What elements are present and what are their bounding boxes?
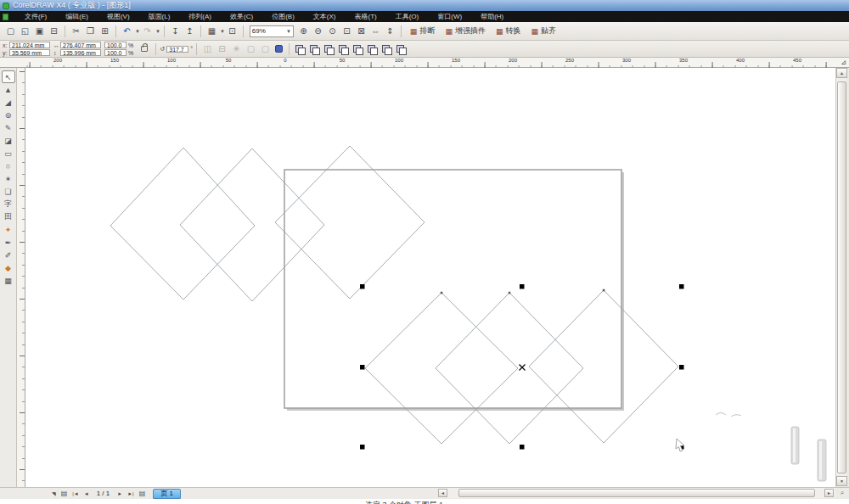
menu-item-12[interactable]: 帮助(H) <box>471 12 513 21</box>
last-page-button[interactable]: ►| <box>127 491 134 496</box>
selection-handle-middle-right[interactable] <box>679 365 684 370</box>
mirror-transform-button-2[interactable]: ⊟ <box>216 42 228 56</box>
object-width-field[interactable]: 276.407 mm <box>60 42 101 48</box>
copy-icon[interactable]: ❐ <box>84 25 97 38</box>
zoom-level-combo[interactable]: 69% ▼ <box>250 25 294 37</box>
node-dot[interactable] <box>441 292 443 294</box>
welcome-screen-icon[interactable]: ⊡ <box>226 25 239 38</box>
zoom-one-to-one-icon[interactable]: ⊙ <box>326 25 339 38</box>
menu-item-5[interactable]: 排列(A) <box>179 12 221 21</box>
document-page-icon[interactable]: ▤ <box>61 490 68 497</box>
new-document-icon[interactable]: ▢ <box>4 25 17 38</box>
intersect-button[interactable] <box>352 44 363 54</box>
node-dot[interactable] <box>509 292 511 294</box>
menu-item-9[interactable]: 表格(T) <box>345 12 385 21</box>
save-icon[interactable]: ▣ <box>33 25 46 38</box>
diamond-shape-1[interactable] <box>110 148 255 300</box>
chevron-down-icon[interactable]: ▼ <box>155 29 160 34</box>
trim-button[interactable] <box>338 44 349 54</box>
scroll-right-button[interactable]: ► <box>824 489 834 497</box>
interactive-fill-tool[interactable]: ▦ <box>2 274 15 287</box>
freehand-tool[interactable]: ✎ <box>2 121 15 134</box>
app-launcher-icon[interactable]: ▦ <box>205 25 218 38</box>
mirror-transform-button-3[interactable]: ✳ <box>230 42 243 56</box>
object-height-field[interactable]: 135.996 mm <box>60 49 101 56</box>
mirror-transform-button-1[interactable]: ◫ <box>201 42 214 56</box>
menu-item-4[interactable]: 版面(L) <box>139 12 180 21</box>
selection-handle-middle-left[interactable] <box>360 365 365 370</box>
navigator-corner-icon[interactable]: ⌕ <box>837 488 847 498</box>
zoom-tool[interactable]: ⊚ <box>2 109 15 121</box>
cylinder-shape-2[interactable] <box>818 440 826 481</box>
scroll-up-button[interactable]: ▲ <box>836 68 847 78</box>
import-icon[interactable]: ↧ <box>169 25 182 38</box>
scale-h-field[interactable]: 100.0 <box>104 42 127 48</box>
horizontal-scrollbar[interactable]: ◄ ► <box>438 488 835 498</box>
redo-icon[interactable]: ↷ <box>141 25 154 38</box>
add-page-icon[interactable]: ▤ <box>139 490 146 497</box>
cut-icon[interactable]: ✂ <box>70 25 82 38</box>
undo-icon[interactable]: ↶ <box>121 25 133 38</box>
scroll-down-button[interactable]: ▼ <box>836 476 847 486</box>
flyout-icon[interactable]: ◥ <box>52 490 56 496</box>
cylinder-shape-1[interactable] <box>791 427 799 464</box>
zoom-out-icon[interactable]: ⊖ <box>312 25 324 38</box>
text-tool[interactable]: 字 <box>2 198 15 210</box>
pick-tool[interactable]: ↖ <box>2 70 15 83</box>
zoom-in-icon[interactable]: ⊕ <box>297 25 310 38</box>
scale-v-field[interactable]: 100.0 <box>104 49 127 56</box>
zoom-to-all-icon[interactable]: ⊠ <box>355 25 368 38</box>
menu-item-8[interactable]: 文本(X) <box>304 12 346 21</box>
table-tool[interactable]: 田 <box>2 210 15 223</box>
vertical-ruler[interactable] <box>17 68 25 487</box>
mirror-transform-button-5[interactable]: ▢ <box>259 42 272 56</box>
print-icon[interactable]: ⊟ <box>48 25 60 38</box>
selection-handle-bottom-middle[interactable] <box>520 445 525 450</box>
simplify-button[interactable] <box>367 44 378 54</box>
zoom-to-page-width-icon[interactable]: ⇔ <box>369 25 382 38</box>
menu-item-2[interactable]: 编辑(E) <box>56 12 98 21</box>
object-y-field[interactable]: 35.569 mm <box>9 49 50 56</box>
ellipse-tool[interactable]: ○ <box>2 160 15 172</box>
node-dot[interactable] <box>603 289 605 292</box>
combine-button[interactable] <box>295 44 306 54</box>
plugin-enhance-button[interactable]: ▦增强插件 <box>445 25 486 36</box>
outline-pen-tool[interactable]: ✐ <box>2 249 15 261</box>
page-tab-1[interactable]: 页 1 <box>153 489 181 499</box>
zoom-to-page-height-icon[interactable]: ⇕ <box>384 25 396 38</box>
zoom-to-selection-icon[interactable]: ⊡ <box>340 25 353 38</box>
front-minus-back-button[interactable] <box>381 44 392 54</box>
group-button[interactable] <box>309 44 320 54</box>
first-page-button[interactable]: |◄ <box>72 491 79 496</box>
stray-curve[interactable] <box>716 413 726 416</box>
menu-item-10[interactable]: 工具(O) <box>386 12 429 21</box>
selection-handle-top-middle[interactable] <box>520 284 525 289</box>
convert-to-curves-button[interactable] <box>275 45 283 53</box>
selection-handle-top-right[interactable] <box>679 284 684 289</box>
stray-curve[interactable] <box>731 415 741 417</box>
menu-item-6[interactable]: 效果(C) <box>221 12 262 21</box>
fill-tool[interactable]: ◆ <box>2 261 15 274</box>
menu-item-1[interactable]: 文件(F) <box>15 12 56 21</box>
smart-fill-tool[interactable]: ◪ <box>2 134 15 147</box>
chevron-down-icon[interactable]: ▼ <box>135 29 140 34</box>
polygon-tool[interactable]: ✶ <box>2 172 15 185</box>
previous-page-button[interactable]: ◄ <box>84 491 89 496</box>
object-x-field[interactable]: 211.024 mm <box>9 42 50 48</box>
interactive-blend-tool[interactable]: ✦ <box>2 223 15 236</box>
align-distribute-button[interactable] <box>396 44 407 54</box>
next-page-button[interactable]: ► <box>117 491 122 496</box>
selection-handle-top-left[interactable] <box>360 284 365 289</box>
open-icon[interactable]: ◱ <box>19 25 31 38</box>
rectangle-tool[interactable]: ▭ <box>2 147 15 160</box>
selection-handle-bottom-left[interactable] <box>360 445 365 450</box>
weld-button[interactable] <box>323 44 335 54</box>
horizontal-ruler[interactable]: ⊿ 20015010050050100150200250300350400450 <box>0 58 849 68</box>
vertical-scrollbar[interactable]: ▲ ▼ <box>835 68 846 487</box>
vertical-scroll-thumb[interactable] <box>837 81 846 473</box>
rotation-angle-field[interactable]: 317.7 <box>166 46 188 53</box>
plugin-snap-button[interactable]: ▦贴齐 <box>531 25 556 36</box>
mirror-transform-button-4[interactable]: ▢ <box>245 42 257 56</box>
eyedropper-tool[interactable]: ✒ <box>2 236 15 249</box>
drawing-canvas[interactable] <box>25 68 835 487</box>
